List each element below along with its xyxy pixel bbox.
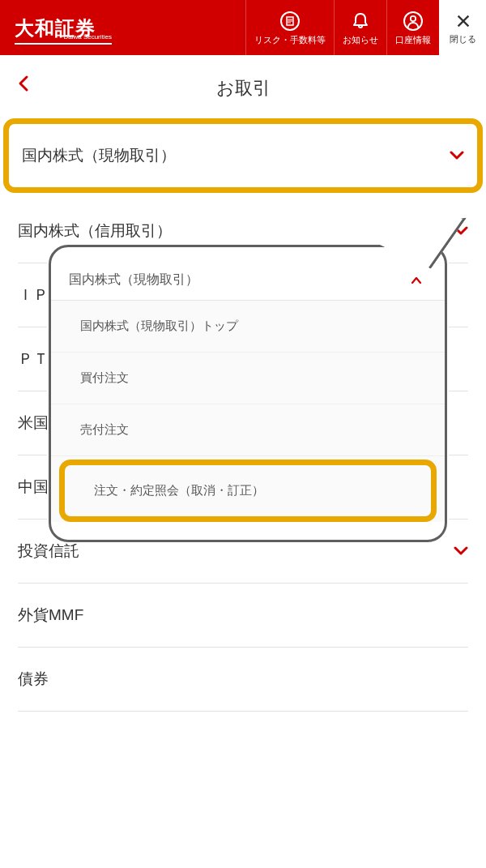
menu-row-label: 国内株式（現物取引） [22, 145, 176, 166]
page-title: お取引 [216, 78, 271, 98]
nav-label: 口座情報 [395, 34, 431, 46]
highlighted-menu-item: 国内株式（現物取引） [3, 118, 483, 193]
menu-row-bonds[interactable]: 債券 [18, 648, 468, 712]
bell-icon [351, 11, 370, 34]
popup-item-order-inquiry[interactable]: 注文・約定照会（取消・訂正） [65, 465, 431, 516]
chevron-up-icon [411, 274, 422, 287]
document-icon [280, 11, 300, 34]
popup-item-label: 国内株式（現物取引）トップ [80, 319, 238, 332]
highlighted-popup-item: 注文・約定照会（取消・訂正） [59, 460, 437, 522]
user-icon [403, 11, 423, 34]
popup-item-label: 買付注文 [80, 370, 129, 384]
nav-label: 閉じる [450, 33, 476, 45]
nav-close[interactable]: 閉じる [439, 0, 486, 55]
chevron-down-icon [454, 543, 468, 560]
logo-sub-text: Daiwa Securities [63, 33, 112, 41]
popup-item-label: 売付注文 [80, 422, 129, 436]
nav-label: リスク・手数料等 [254, 34, 326, 46]
back-button[interactable] [18, 75, 29, 97]
menu-row-label: 国内株式（信用取引） [18, 220, 172, 242]
nav-account-info[interactable]: 口座情報 [386, 0, 439, 55]
menu-row-foreign-mmf[interactable]: 外貨MMF [18, 584, 468, 648]
menu-row-domestic-cash[interactable]: 国内株式（現物取引） [9, 124, 477, 187]
popup-item-label: 注文・約定照会（取消・訂正） [94, 483, 264, 497]
popup-item-sell[interactable]: 売付注文 [51, 404, 445, 456]
chevron-down-icon [450, 148, 464, 165]
brand-logo: 大和証券 Daiwa Securities [0, 0, 245, 55]
menu-row-label: 外貨MMF [18, 605, 83, 626]
nav-risk-fees[interactable]: リスク・手数料等 [245, 0, 334, 55]
app-header: 大和証券 Daiwa Securities リスク・手数料等 お知らせ 口座情報… [0, 0, 486, 55]
menu-row-label: 投資信託 [18, 541, 79, 562]
page-title-bar: お取引 [0, 55, 486, 118]
svg-point-6 [411, 15, 416, 20]
chevron-left-icon [18, 75, 29, 92]
submenu-popup: 国内株式（現物取引） 国内株式（現物取引）トップ 買付注文 売付注文 注文・約定… [49, 245, 447, 542]
popup-header[interactable]: 国内株式（現物取引） [51, 259, 445, 301]
nav-notifications[interactable]: お知らせ [334, 0, 386, 55]
popup-title-text: 国内株式（現物取引） [69, 272, 198, 289]
menu-row-label: 債券 [18, 669, 49, 690]
close-icon [454, 12, 472, 33]
popup-item-buy[interactable]: 買付注文 [51, 353, 445, 404]
popup-item-top[interactable]: 国内株式（現物取引）トップ [51, 301, 445, 353]
nav-label: お知らせ [343, 34, 378, 46]
